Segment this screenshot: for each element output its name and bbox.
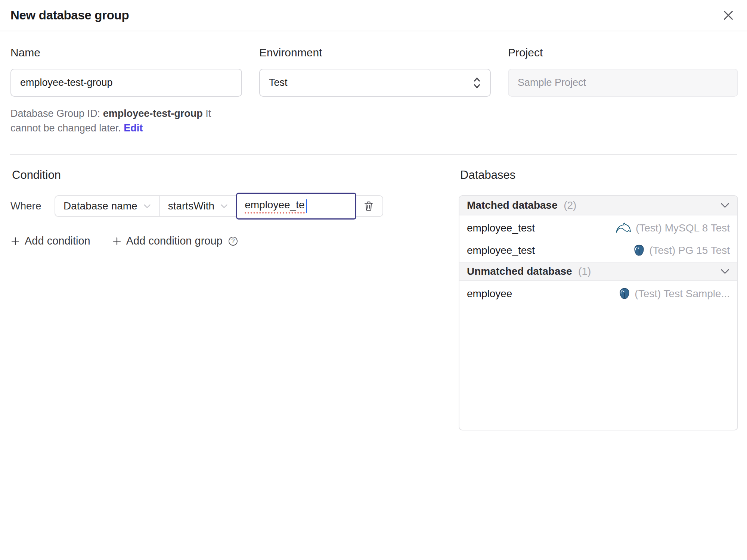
environment-label: Environment: [259, 46, 491, 59]
mysql-icon: [616, 222, 631, 234]
condition-operator-value: startsWith: [168, 200, 214, 212]
name-input[interactable]: [10, 69, 242, 97]
project-label: Project: [508, 46, 738, 59]
matched-database-rows: employee_test (Test) MySQL 8 Test: [459, 215, 737, 262]
chevron-down-icon: [720, 268, 730, 274]
database-instance-label: (Test) MySQL 8 Test: [636, 222, 730, 234]
databases-section: Databases Matched database (2) employee_…: [459, 168, 738, 430]
project-field-group: Project Sample Project: [508, 46, 738, 136]
close-icon: [722, 9, 735, 22]
database-instance-label: (Test) PG 15 Test: [649, 245, 730, 256]
name-label: Name: [10, 46, 242, 59]
unmatched-database-count: (1): [578, 265, 591, 277]
add-condition-group-label: Add condition group: [126, 235, 223, 247]
group-id-help-prefix: Database Group ID:: [10, 108, 103, 119]
condition-field-value: Database name: [63, 200, 137, 212]
where-label: Where: [10, 200, 55, 212]
postgres-icon: [619, 288, 630, 300]
group-id-help: Database Group ID: employee-test-group I…: [10, 106, 242, 136]
unmatched-database-header[interactable]: Unmatched database (1): [459, 262, 737, 281]
chevron-down-icon: [720, 202, 730, 208]
delete-condition-button[interactable]: [363, 200, 374, 212]
svg-text:?: ?: [231, 238, 235, 244]
condition-value-text: employee_te: [245, 199, 304, 214]
matched-database-header[interactable]: Matched database (2): [459, 196, 737, 215]
database-instance: (Test) PG 15 Test: [633, 245, 730, 256]
top-form: Name Database Group ID: employee-test-gr…: [0, 31, 747, 136]
database-name: employee_test: [467, 222, 535, 234]
new-database-group-dialog: New database group Name Database Group I…: [0, 0, 747, 560]
postgres-icon: [633, 245, 645, 256]
condition-section: Condition Where Database name startsWith: [10, 168, 441, 430]
chevron-down-icon: [220, 204, 228, 209]
database-name: employee: [467, 288, 512, 300]
environment-field-group: Environment Test: [259, 46, 491, 136]
select-up-down-icon: [473, 77, 481, 89]
name-field-group: Name Database Group ID: employee-test-gr…: [10, 46, 242, 136]
environment-selected-value: Test: [269, 77, 288, 88]
databases-heading: Databases: [460, 168, 738, 182]
database-row[interactable]: employee_test (Test) MySQL 8 Test: [459, 217, 737, 239]
trash-icon: [363, 200, 374, 212]
dialog-title: New database group: [10, 8, 129, 22]
help-question-icon: ?: [228, 236, 238, 246]
condition-value-input[interactable]: employee_te: [236, 193, 356, 220]
database-instance: (Test) Test Sample...: [619, 288, 730, 300]
plus-icon: [10, 236, 20, 246]
project-input: Sample Project: [508, 69, 738, 97]
dialog-header: New database group: [0, 0, 747, 31]
add-condition-button[interactable]: Add condition: [10, 235, 90, 247]
edit-link[interactable]: Edit: [124, 122, 143, 134]
unmatched-database-title: Unmatched database: [467, 265, 572, 277]
condition-operator-select[interactable]: startsWith: [160, 196, 236, 216]
database-row[interactable]: employee (Test) Test Sample...: [459, 283, 737, 305]
unmatched-database-rows: employee (Test) Test Sample...: [459, 281, 737, 305]
database-name: employee_test: [467, 245, 535, 256]
chevron-down-icon: [143, 204, 151, 209]
group-id-value: employee-test-group: [103, 108, 203, 119]
text-cursor: [306, 199, 307, 213]
add-condition-group-button[interactable]: Add condition group ?: [112, 235, 238, 247]
project-value: Sample Project: [518, 77, 586, 88]
condition-group: Database name startsWith employee_te: [55, 195, 383, 217]
database-row[interactable]: employee_test (Test) PG 15 Test: [459, 239, 737, 262]
databases-panel: Matched database (2) employee_test: [459, 195, 738, 430]
add-condition-label: Add condition: [25, 235, 90, 247]
condition-field-select[interactable]: Database name: [55, 196, 160, 216]
condition-row: Where Database name startsWith: [10, 195, 441, 217]
database-instance: (Test) MySQL 8 Test: [616, 222, 730, 234]
close-button[interactable]: [721, 8, 736, 23]
condition-heading: Condition: [12, 168, 441, 182]
database-instance-label: (Test) Test Sample...: [635, 288, 730, 300]
environment-select[interactable]: Test: [259, 69, 491, 97]
condition-actions: Add condition Add condition group ?: [10, 235, 441, 247]
matched-database-count: (2): [564, 199, 576, 211]
plus-icon: [112, 236, 122, 246]
body: Condition Where Database name startsWith: [0, 155, 747, 430]
matched-database-title: Matched database: [467, 199, 558, 211]
